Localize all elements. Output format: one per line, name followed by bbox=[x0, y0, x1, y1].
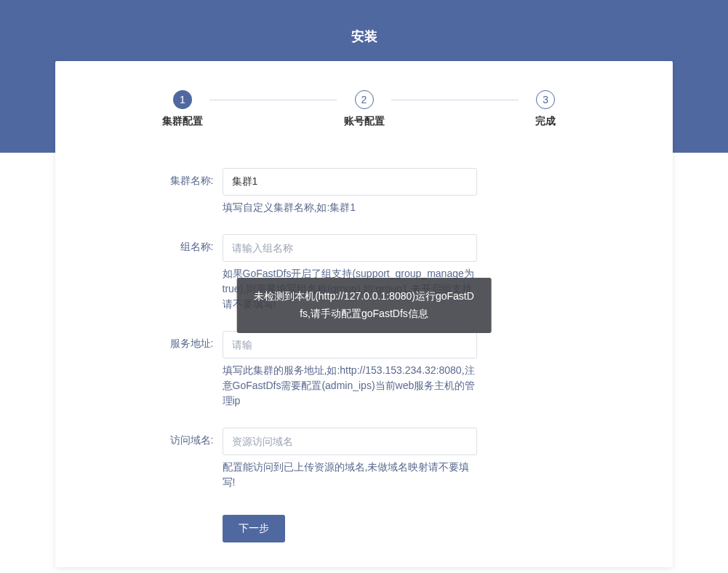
cluster-name-hint: 填写自定义集群名称,如:集群1 bbox=[223, 200, 477, 215]
form-row-cluster-name: 集群名称: 填写自定义集群名称,如:集群1 bbox=[110, 168, 619, 228]
step-line bbox=[391, 100, 519, 100]
service-addr-hint: 填写此集群的服务地址,如:http://153.153.234.32:8080,… bbox=[223, 363, 477, 409]
access-domain-wrap: 配置能访问到已上传资源的域名,未做域名映射请不要填写! bbox=[223, 428, 477, 503]
group-name-label: 组名称: bbox=[110, 234, 223, 325]
submit-wrap: 下一步 bbox=[223, 509, 477, 542]
cluster-name-label: 集群名称: bbox=[110, 168, 223, 228]
service-addr-label: 服务地址: bbox=[110, 331, 223, 422]
toast-message: 未检测到本机(http://127.0.0.1:8080)运行goFastD f… bbox=[236, 278, 492, 333]
step-line bbox=[209, 100, 337, 100]
form-row-access-domain: 访问域名: 配置能访问到已上传资源的域名,未做域名映射请不要填写! bbox=[110, 428, 619, 503]
step-label-3: 完成 bbox=[535, 115, 556, 128]
step-circle-3: 3 bbox=[536, 90, 555, 109]
access-domain-label: 访问域名: bbox=[110, 428, 223, 503]
form-row-submit: 下一步 bbox=[110, 509, 619, 542]
access-domain-hint: 配置能访问到已上传资源的域名,未做域名映射请不要填写! bbox=[223, 460, 477, 490]
step-cluster-config: 1 集群配置 bbox=[92, 90, 273, 128]
cluster-name-wrap: 填写自定义集群名称,如:集群1 bbox=[223, 168, 477, 228]
toast-line-2: fs,请手动配置goFastDfs信息 bbox=[300, 308, 428, 319]
form-row-service-addr: 服务地址: 填写此集群的服务地址,如:http://153.153.234.32… bbox=[110, 331, 619, 422]
service-addr-wrap: 填写此集群的服务地址,如:http://153.153.234.32:8080,… bbox=[223, 331, 477, 422]
group-name-input[interactable] bbox=[223, 234, 477, 262]
toast-line-1: 未检测到本机(http://127.0.0.1:8080)运行goFastD bbox=[254, 290, 474, 302]
step-circle-2: 2 bbox=[355, 90, 374, 109]
step-label-2: 账号配置 bbox=[344, 115, 385, 128]
page-title: 安装 bbox=[0, 0, 728, 45]
step-account-config: 2 账号配置 bbox=[273, 90, 455, 128]
step-complete: 3 完成 bbox=[455, 90, 636, 128]
service-addr-input[interactable] bbox=[223, 331, 477, 358]
submit-spacer bbox=[110, 509, 223, 542]
step-circle-1: 1 bbox=[173, 90, 192, 109]
cluster-name-input[interactable] bbox=[223, 168, 477, 196]
next-step-button[interactable]: 下一步 bbox=[223, 515, 285, 542]
steps-container: 1 集群配置 2 账号配置 3 完成 bbox=[92, 90, 636, 128]
access-domain-input[interactable] bbox=[223, 428, 477, 455]
step-label-1: 集群配置 bbox=[162, 115, 203, 128]
